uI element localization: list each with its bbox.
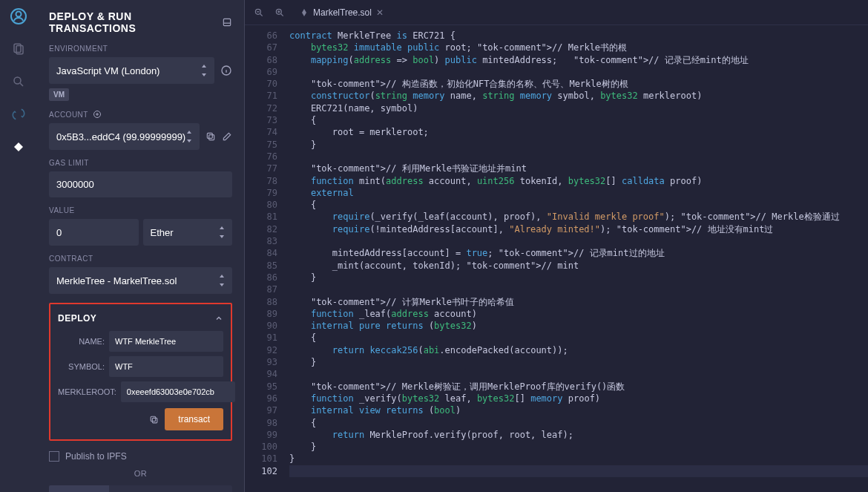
file-explorer-icon[interactable] — [10, 40, 27, 58]
copy-account-icon[interactable] — [206, 131, 216, 142]
deploy-panel: DEPLOY & RUN TRANSACTIONS ENVIRONMENT Ja… — [37, 0, 245, 492]
value-label: VALUE — [49, 206, 232, 214]
at-address-input[interactable] — [109, 485, 232, 492]
param-merkleroot-label: MERKLEROOT: — [58, 387, 116, 396]
code-editor: MarkelTree.sol ✕ 66676869707172737475767… — [245, 0, 868, 492]
svg-point-4 — [14, 77, 21, 84]
code-content[interactable]: contract MerkleTree is ERC721 { bytes32 … — [285, 25, 868, 492]
select-updown-icon — [201, 65, 207, 76]
param-symbol-label: SYMBOL: — [58, 362, 105, 371]
remix-logo-icon[interactable] — [10, 7, 27, 25]
value-unit-select[interactable]: Ether — [143, 219, 233, 246]
svg-rect-11 — [151, 416, 156, 422]
environment-label: ENVIRONMENT — [49, 45, 232, 53]
select-updown-icon — [219, 275, 225, 286]
zoom-in-icon[interactable] — [272, 4, 288, 21]
svg-rect-9 — [207, 133, 212, 138]
solidity-file-icon — [300, 8, 309, 17]
param-name-input[interactable] — [109, 331, 223, 352]
edit-account-icon[interactable] — [222, 131, 232, 142]
at-address-button[interactable]: At Address — [49, 485, 109, 492]
gas-limit-input[interactable] — [49, 171, 232, 197]
dock-icon[interactable] — [222, 17, 232, 27]
transact-button[interactable]: transact — [165, 408, 223, 430]
or-separator: OR — [49, 469, 232, 478]
contract-select[interactable]: MerkleTree - MarkelTree.sol — [49, 267, 232, 294]
line-number-gutter: 6667686970717273747576777879808182838485… — [245, 25, 285, 492]
deploy-expanded-box: DEPLOY NAME: SYMBOL: MERKLEROOT: transac… — [49, 303, 232, 441]
deploy-header-label: DEPLOY — [58, 313, 96, 324]
editor-tab-filename: MarkelTree.sol — [313, 7, 372, 18]
icon-rail — [0, 0, 37, 492]
svg-point-1 — [16, 12, 22, 17]
info-icon[interactable] — [220, 65, 232, 76]
gas-limit-label: GAS LIMIT — [49, 159, 232, 167]
svg-rect-5 — [223, 19, 230, 25]
param-merkleroot-input[interactable] — [121, 381, 235, 402]
value-input[interactable] — [49, 219, 139, 246]
contract-label: CONTRACT — [49, 255, 232, 263]
publish-label: Publish to IPFS — [65, 451, 127, 462]
param-name-label: NAME: — [58, 337, 105, 346]
param-symbol-input[interactable] — [109, 356, 223, 377]
compiler-icon[interactable] — [10, 105, 27, 123]
code-area[interactable]: 6667686970717273747576777879808182838485… — [245, 25, 868, 492]
panel-title: DEPLOY & RUN TRANSACTIONS — [49, 10, 222, 34]
close-tab-icon[interactable]: ✕ — [376, 7, 384, 18]
vm-badge: VM — [49, 88, 69, 101]
account-label: ACCOUNT — [49, 110, 232, 119]
copy-params-icon[interactable] — [149, 415, 159, 424]
environment-select[interactable]: JavaScript VM (London) — [49, 57, 214, 84]
collapse-deploy-icon[interactable] — [214, 314, 223, 323]
svg-rect-10 — [153, 418, 158, 423]
account-select[interactable]: 0x5B3...eddC4 (99.99999999) — [49, 123, 200, 150]
zoom-out-icon[interactable] — [251, 4, 267, 21]
svg-rect-8 — [209, 135, 214, 140]
search-icon[interactable] — [10, 73, 27, 91]
select-updown-icon — [219, 226, 225, 238]
editor-tab-bar: MarkelTree.sol ✕ — [245, 0, 868, 25]
publish-to-ipfs-checkbox[interactable] — [49, 451, 59, 462]
editor-tab[interactable]: MarkelTree.sol ✕ — [292, 3, 391, 22]
add-account-icon[interactable] — [93, 110, 102, 119]
deploy-icon[interactable] — [10, 138, 27, 156]
select-updown-icon — [186, 131, 192, 142]
